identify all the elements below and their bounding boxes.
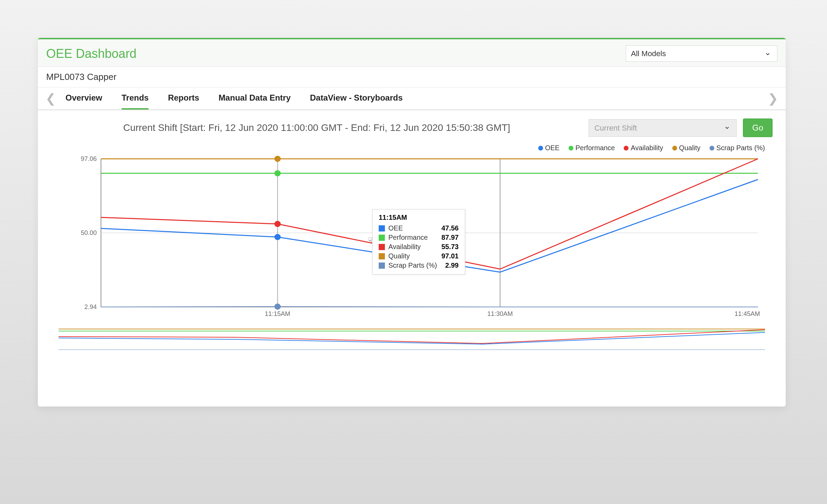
svg-point-11 bbox=[274, 156, 280, 162]
legend-availability[interactable]: Availability bbox=[624, 144, 663, 152]
svg-point-14 bbox=[274, 234, 280, 240]
shift-range-label: Current Shift [Start: Fri, 12 Jun 2020 1… bbox=[51, 122, 582, 133]
page-title: OEE Dashboard bbox=[46, 47, 136, 61]
svg-text:50.00: 50.00 bbox=[81, 229, 97, 236]
tab-manual-data-entry[interactable]: Manual Data Entry bbox=[218, 88, 290, 110]
tabs-scroll-right-icon[interactable]: ❯ bbox=[765, 91, 781, 106]
square-icon bbox=[379, 244, 385, 250]
dot-icon bbox=[672, 146, 677, 151]
tab-overview[interactable]: Overview bbox=[65, 88, 102, 110]
dot-icon bbox=[569, 146, 573, 151]
svg-point-12 bbox=[274, 170, 280, 176]
svg-point-15 bbox=[274, 304, 280, 310]
legend-quality[interactable]: Quality bbox=[672, 144, 701, 152]
tab-trends[interactable]: Trends bbox=[122, 88, 149, 110]
tab-row: ❮ Overview Trends Reports Manual Data En… bbox=[38, 88, 786, 110]
brush-overview[interactable] bbox=[38, 317, 786, 352]
dot-icon bbox=[624, 146, 629, 151]
legend-oee[interactable]: OEE bbox=[538, 144, 560, 152]
main-chart-area[interactable]: 97.06 50.00 2.94 11:15AM 11:30AM 11:45AM bbox=[38, 153, 786, 317]
chart-legend: OEE Performance Availability Quality Scr… bbox=[38, 139, 786, 153]
brush-chart bbox=[59, 328, 765, 352]
svg-point-13 bbox=[274, 221, 280, 227]
model-select[interactable]: All Models bbox=[626, 45, 777, 62]
dot-icon bbox=[538, 146, 543, 151]
tooltip-time: 11:15AM bbox=[379, 214, 459, 222]
chart-tooltip: 11:15AM OEE47.56 Performance87.97 Availa… bbox=[372, 209, 465, 275]
square-icon bbox=[379, 225, 385, 232]
svg-text:11:30AM: 11:30AM bbox=[487, 310, 513, 317]
svg-text:11:15AM: 11:15AM bbox=[265, 310, 290, 317]
shift-select[interactable]: Current Shift bbox=[589, 119, 737, 137]
svg-text:97.06: 97.06 bbox=[81, 155, 97, 162]
tab-reports[interactable]: Reports bbox=[168, 88, 199, 110]
svg-text:11:45AM: 11:45AM bbox=[735, 310, 760, 317]
shift-bar: Current Shift [Start: Fri, 12 Jun 2020 1… bbox=[38, 110, 786, 139]
equipment-name: MPL0073 Capper bbox=[38, 67, 786, 88]
square-icon bbox=[379, 263, 385, 269]
legend-performance[interactable]: Performance bbox=[569, 144, 615, 152]
square-icon bbox=[379, 235, 385, 241]
dot-icon bbox=[709, 146, 714, 151]
square-icon bbox=[379, 253, 385, 259]
header-bar: OEE Dashboard All Models bbox=[38, 39, 786, 67]
cursor-hand-icon: ☟ bbox=[368, 236, 372, 245]
svg-text:2.94: 2.94 bbox=[84, 304, 97, 310]
tabs-scroll-left-icon[interactable]: ❮ bbox=[43, 91, 59, 106]
dashboard-card: OEE Dashboard All Models MPL0073 Capper … bbox=[38, 38, 786, 407]
legend-scrap[interactable]: Scrap Parts (%) bbox=[709, 144, 765, 152]
go-button[interactable]: Go bbox=[743, 119, 773, 137]
tab-dataview-storyboards[interactable]: DataView - Storyboards bbox=[310, 88, 403, 110]
